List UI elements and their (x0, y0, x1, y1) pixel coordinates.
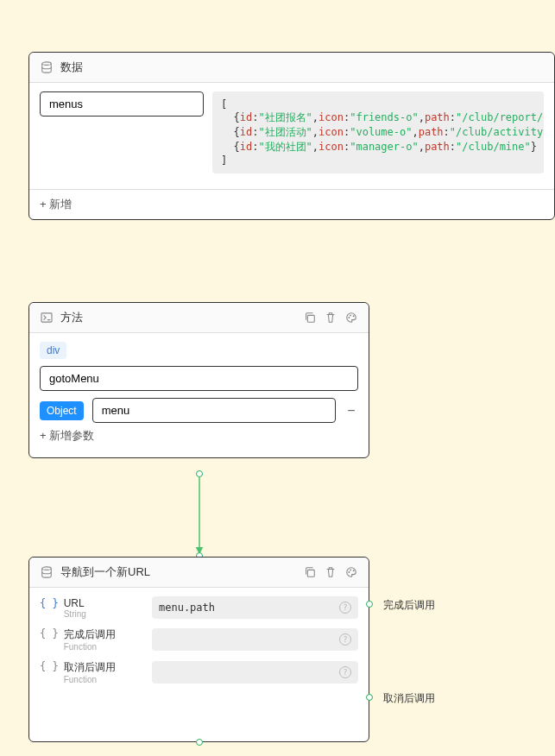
code-preview: [ {id:"社团报名",icon:"friends-o",path:"/clu… (212, 91, 544, 173)
port-dot-cancel[interactable] (366, 694, 373, 701)
param-name-input[interactable] (92, 398, 336, 423)
trash-icon[interactable] (324, 311, 337, 324)
svg-point-11 (353, 570, 354, 571)
prop-name: 完成后调用 (64, 627, 116, 642)
navigate-panel: 导航到一个新URL { }URLStringmenu.path?{ }完成后调用… (28, 557, 369, 742)
prop-label: { }URLString (40, 597, 143, 619)
svg-point-7 (42, 567, 52, 570)
prop-value-input[interactable]: ? (152, 628, 358, 651)
method-panel: 方法 div Object − + 新增参数 (28, 302, 369, 458)
braces-icon: { } (40, 597, 59, 609)
svg-point-0 (42, 62, 52, 66)
database-icon (40, 565, 54, 579)
prop-row: { }取消后调用Function? (40, 660, 358, 684)
prop-row: { }URLStringmenu.path? (40, 596, 358, 619)
prop-type: Function (64, 675, 116, 684)
port-label-done: 完成后调用 (383, 598, 435, 613)
add-data-button[interactable]: + 新增 (29, 189, 554, 219)
prop-name: 取消后调用 (64, 660, 116, 675)
palette-icon[interactable] (344, 311, 358, 324)
palette-icon[interactable] (344, 565, 358, 579)
param-type-pill[interactable]: Object (40, 401, 84, 420)
port-label-cancel: 取消后调用 (383, 691, 435, 706)
info-icon[interactable]: ? (339, 633, 351, 646)
svg-rect-8 (307, 570, 314, 576)
method-panel-body: div Object − + 新增参数 (29, 333, 369, 457)
copy-icon[interactable] (303, 565, 317, 579)
navigate-panel-header: 导航到一个新URL (29, 558, 369, 588)
prop-name: URL (64, 597, 86, 609)
method-panel-title: 方法 (60, 310, 296, 325)
svg-point-5 (353, 316, 354, 317)
svg-point-9 (349, 572, 350, 573)
variable-name-input[interactable] (40, 91, 204, 117)
prop-value-input[interactable]: menu.path? (152, 596, 358, 619)
svg-rect-1 (41, 313, 52, 322)
prop-row: { }完成后调用Function? (40, 627, 358, 652)
braces-icon: { } (40, 627, 59, 639)
remove-param-button[interactable]: − (344, 404, 358, 418)
svg-point-3 (349, 318, 350, 318)
prop-label: { }取消后调用Function (40, 660, 143, 684)
info-icon[interactable]: ? (339, 666, 351, 678)
data-panel-body: [ {id:"社团报名",icon:"friends-o",path:"/clu… (29, 83, 554, 189)
svg-point-10 (350, 570, 351, 570)
svg-point-4 (350, 315, 351, 316)
out-port-dot[interactable] (196, 470, 203, 477)
trash-icon[interactable] (324, 565, 337, 579)
connector-line (194, 476, 205, 558)
data-panel-header: 数据 (29, 53, 554, 83)
svg-rect-2 (307, 315, 314, 322)
navigate-panel-body: { }URLStringmenu.path?{ }完成后调用Function?{… (29, 588, 369, 702)
prop-label: { }完成后调用Function (40, 627, 143, 652)
info-icon[interactable]: ? (339, 602, 351, 614)
navigate-panel-title: 导航到一个新URL (60, 564, 296, 580)
method-name-input[interactable] (40, 366, 358, 391)
copy-icon[interactable] (303, 311, 317, 324)
add-param-button[interactable]: + 新增参数 (40, 423, 358, 449)
out-port-dot-bottom[interactable] (196, 739, 203, 746)
data-panel-title: 数据 (60, 60, 544, 75)
data-panel: 数据 [ {id:"社团报名",icon:"friends-o",path:"/… (28, 52, 555, 220)
function-icon (40, 311, 54, 324)
method-panel-header: 方法 (29, 303, 369, 333)
prop-value-input[interactable]: ? (152, 661, 358, 684)
braces-icon: { } (40, 660, 59, 672)
prop-type: String (64, 609, 86, 619)
port-dot-done[interactable] (366, 601, 373, 608)
database-icon (40, 60, 54, 74)
scope-tag[interactable]: div (40, 342, 66, 359)
prop-type: Function (64, 642, 116, 652)
